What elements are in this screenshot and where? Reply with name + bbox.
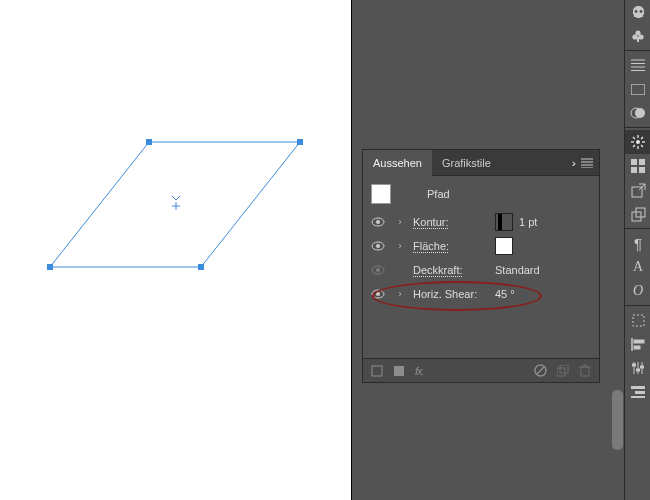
letter-a-icon[interactable]: A <box>625 255 650 279</box>
scrollbar-thumb[interactable] <box>612 390 623 450</box>
letter-o-icon[interactable]: O <box>625 279 650 303</box>
expand-icon[interactable]: › <box>399 289 402 299</box>
svg-rect-63 <box>637 369 640 371</box>
new-stroke-icon[interactable] <box>371 365 383 377</box>
svg-rect-17 <box>372 366 382 376</box>
shear-row[interactable]: › Horiz. Shear: 45 ° <box>369 282 593 306</box>
expand-icon[interactable]: › <box>399 241 402 251</box>
radial-icon[interactable] <box>625 130 650 154</box>
selected-shape[interactable] <box>0 0 352 500</box>
svg-point-28 <box>635 30 640 35</box>
skull-icon[interactable] <box>625 0 650 24</box>
svg-rect-21 <box>557 368 565 376</box>
object-header-row: Pfad <box>369 182 593 206</box>
svg-rect-49 <box>639 159 645 165</box>
align-left-icon[interactable] <box>625 332 650 356</box>
stroke-row[interactable]: › Kontur: 1 pt <box>369 210 593 234</box>
stroke-value[interactable]: 1 pt <box>519 216 537 228</box>
opacity-label[interactable]: Deckkraft: <box>413 264 463 276</box>
svg-rect-18 <box>394 366 404 376</box>
fill-label[interactable]: Fläche: <box>413 240 449 252</box>
stroke-swatch[interactable] <box>495 213 513 231</box>
duplicate-icon[interactable] <box>557 365 569 377</box>
svg-line-3 <box>172 196 176 200</box>
panel-body: Pfad › Kontur: 1 pt › Fläche: Deckkraft:… <box>363 176 599 358</box>
svg-rect-53 <box>632 212 641 221</box>
svg-rect-31 <box>637 37 639 42</box>
pilcrow-icon[interactable]: ¶ <box>625 231 650 255</box>
svg-line-44 <box>633 137 635 139</box>
tab-graphic-styles[interactable]: Grafikstile <box>432 150 501 176</box>
svg-rect-65 <box>631 386 645 389</box>
overlap-circles-icon[interactable] <box>625 101 650 125</box>
svg-rect-50 <box>631 167 637 173</box>
visibility-icon[interactable] <box>371 265 385 275</box>
svg-point-14 <box>376 268 380 272</box>
center-point[interactable] <box>172 196 180 210</box>
new-fill-icon[interactable] <box>393 365 405 377</box>
opacity-row[interactable]: Deckkraft: Standard <box>369 258 593 282</box>
svg-rect-58 <box>634 346 640 349</box>
levels-icon[interactable] <box>625 356 650 380</box>
svg-point-27 <box>639 10 642 13</box>
svg-marker-0 <box>50 142 300 267</box>
anchor-point[interactable] <box>198 264 204 270</box>
crop-icon[interactable] <box>625 308 650 332</box>
svg-rect-54 <box>636 208 645 217</box>
panel-tabs: Aussehen Grafikstile ›› <box>363 150 599 176</box>
svg-point-16 <box>376 292 380 296</box>
svg-line-4 <box>176 196 180 200</box>
svg-rect-23 <box>581 367 589 376</box>
canvas-area[interactable] <box>0 0 352 500</box>
svg-rect-67 <box>631 396 645 398</box>
stroke-label[interactable]: Kontur: <box>413 216 448 228</box>
svg-rect-66 <box>635 391 645 394</box>
panel-gutter <box>352 0 362 500</box>
svg-line-47 <box>641 137 643 139</box>
anchor-point[interactable] <box>47 264 53 270</box>
visibility-icon[interactable] <box>371 289 385 299</box>
fill-row[interactable]: › Fläche: <box>369 234 593 258</box>
svg-line-46 <box>633 145 635 147</box>
popout-icon[interactable] <box>625 178 650 202</box>
panel-footer: fx. <box>363 358 599 382</box>
appearance-panel: Aussehen Grafikstile ›› Pfad › Kontur: <box>362 149 600 383</box>
panel-menu-icon[interactable] <box>581 158 593 168</box>
clear-icon[interactable] <box>534 364 547 377</box>
shear-label: Horiz. Shear: <box>413 288 477 300</box>
svg-point-38 <box>635 108 645 118</box>
collapse-arrows-icon[interactable]: ›› <box>572 157 573 169</box>
visibility-icon[interactable] <box>371 217 385 227</box>
fx-menu[interactable]: fx. <box>415 365 423 377</box>
svg-rect-55 <box>633 315 644 326</box>
svg-point-10 <box>376 220 380 224</box>
svg-point-12 <box>376 244 380 248</box>
anchor-point[interactable] <box>146 139 152 145</box>
club-icon[interactable] <box>625 24 650 48</box>
right-toolbar: ¶ A O <box>624 0 650 500</box>
svg-line-45 <box>641 145 643 147</box>
svg-rect-57 <box>634 340 644 343</box>
svg-point-30 <box>638 34 643 39</box>
svg-rect-51 <box>639 167 645 173</box>
rect-icon[interactable] <box>625 77 650 101</box>
svg-rect-22 <box>560 365 568 373</box>
grid-icon[interactable] <box>625 154 650 178</box>
visibility-icon[interactable] <box>371 241 385 251</box>
lines-icon[interactable] <box>625 53 650 77</box>
object-thumbnail[interactable] <box>371 184 391 204</box>
expand-icon[interactable]: › <box>399 217 402 227</box>
tab-appearance[interactable]: Aussehen <box>363 150 432 176</box>
svg-rect-36 <box>631 84 645 95</box>
anchor-point[interactable] <box>297 139 303 145</box>
svg-rect-48 <box>631 159 637 165</box>
copies-icon[interactable] <box>625 202 650 226</box>
svg-rect-62 <box>633 364 636 366</box>
trash-icon[interactable] <box>579 364 591 377</box>
shear-value: 45 ° <box>495 288 515 300</box>
fill-swatch[interactable] <box>495 237 513 255</box>
bars-icon[interactable] <box>625 380 650 404</box>
svg-line-20 <box>537 367 544 374</box>
svg-point-37 <box>631 108 641 118</box>
opacity-value: Standard <box>495 264 540 276</box>
